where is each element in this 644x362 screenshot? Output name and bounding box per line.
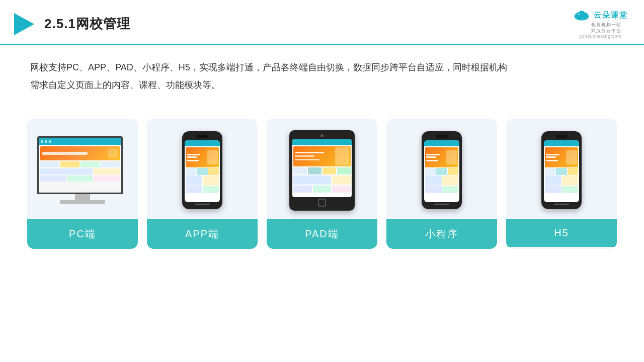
card-pc: PC端: [27, 119, 138, 249]
description-text: 网校支持PC、APP、PAD、小程序、H5，实现多端打通，产品各终端自由切换，数…: [30, 59, 614, 93]
svg-marker-0: [14, 13, 34, 35]
header-left: 2.5.1网校管理: [10, 11, 130, 37]
card-miniapp-label: 小程序: [386, 219, 497, 249]
card-app-label: APP端: [147, 219, 258, 249]
h5-phone: [541, 131, 582, 209]
card-pc-image: [27, 119, 138, 219]
header: 2.5.1网校管理 云朵课堂 教育机构一站 式服务云平台 yunduoketan…: [0, 0, 644, 45]
card-pc-label: PC端: [27, 219, 138, 249]
logo-area: 云朵课堂 教育机构一站 式服务云平台 yunduoketang.com: [573, 9, 628, 39]
miniapp-phone: [422, 131, 462, 209]
logo-subtitle-1: 教育机构一站: [591, 22, 621, 28]
card-h5-label: H5: [506, 219, 617, 247]
page-title: 2.5.1网校管理: [44, 15, 130, 33]
svg-point-5: [578, 13, 580, 15]
app-phone: [182, 131, 222, 209]
card-app: APP端: [147, 119, 258, 249]
logo-subtitle-2: 式服务云平台: [591, 28, 621, 34]
card-pad: PAD端: [267, 119, 377, 249]
pad-tablet: [289, 130, 355, 211]
cloud-icon: [573, 9, 591, 21]
logo-url: yunduoketang.com: [579, 34, 621, 39]
description: 网校支持PC、APP、PAD、小程序、H5，实现多端打通，产品各终端自由切换，数…: [0, 45, 644, 98]
logo-cloud: 云朵课堂: [573, 9, 628, 21]
card-pad-label: PAD端: [267, 219, 377, 249]
card-miniapp-image: [386, 119, 497, 219]
card-miniapp: 小程序: [386, 119, 497, 249]
card-app-image: [147, 119, 258, 219]
play-icon: [10, 11, 36, 37]
card-pad-image: [267, 119, 377, 219]
monitor-screen: [37, 136, 123, 194]
pc-monitor: [37, 136, 128, 204]
card-h5-image: [506, 119, 617, 219]
cards-container: PC端: [0, 104, 644, 249]
logo-text-cn: 云朵课堂: [594, 11, 628, 20]
card-h5: H5: [506, 119, 617, 249]
